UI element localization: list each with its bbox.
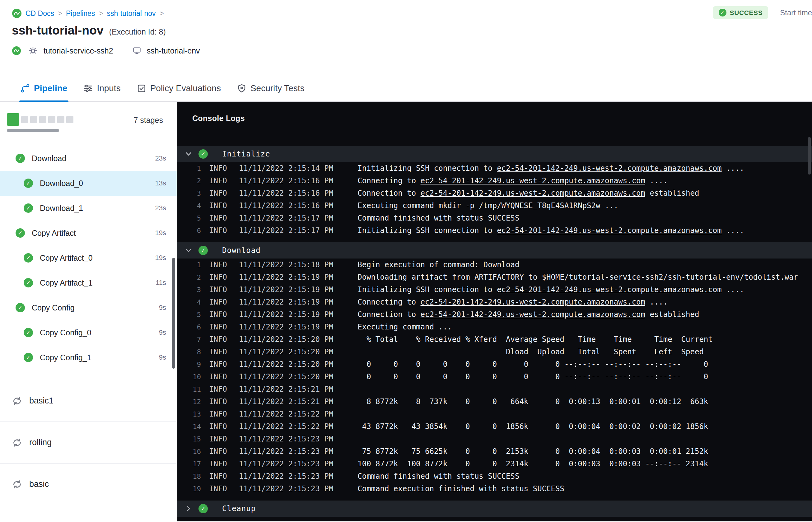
- pipeline-item-basic1[interactable]: basic1: [0, 380, 177, 422]
- log-level: INFO: [209, 385, 227, 394]
- log-link[interactable]: ec2-54-201-142-249.us-west-2.compute.ama…: [421, 176, 645, 185]
- stage-item-copy-artifact-0[interactable]: ✓Copy Artifact_019s: [0, 245, 177, 270]
- log-message: Begin execution of command: Download: [358, 260, 519, 269]
- log-message: Downloading artifact from ARTIFACTORY to…: [358, 273, 798, 282]
- log-line-number: 1: [177, 261, 201, 269]
- log-line-number: 8: [177, 348, 201, 356]
- stage-label: Download: [32, 154, 66, 163]
- stage-square-2[interactable]: [21, 116, 28, 123]
- log-line: 4INFO11/11/2022 2:15:16 PMExecuting comm…: [177, 199, 812, 212]
- stage-square-7[interactable]: [66, 116, 74, 123]
- page-title: ssh-tutorial-nov: [12, 24, 104, 37]
- log-level: INFO: [209, 484, 227, 493]
- pipeline-item-rolling[interactable]: rolling: [0, 422, 177, 463]
- app-root: CD Docs > Pipelines > ssh-tutorial-nov >…: [0, 0, 812, 521]
- stage-item-download[interactable]: ✓Download23s: [0, 146, 177, 171]
- log-timestamp: 11/11/2022 2:15:20 PM: [239, 373, 333, 381]
- log-section-cleanup[interactable]: ✓Cleanup: [177, 501, 812, 517]
- chevron-right-icon[interactable]: [185, 505, 194, 513]
- log-level: INFO: [209, 435, 227, 443]
- pipeline-icon: [21, 84, 30, 93]
- service-name[interactable]: tutorial-service-ssh2: [44, 46, 113, 55]
- log-line: 14INFO11/11/2022 2:15:22 PM 43 8772k 43 …: [177, 420, 812, 433]
- stage-square-3[interactable]: [30, 116, 37, 123]
- stage-square-5[interactable]: [48, 116, 55, 123]
- log-level: INFO: [209, 201, 227, 210]
- log-link[interactable]: ec2-54-201-142-249.us-west-2.compute.ama…: [497, 285, 722, 294]
- log-timestamp: 11/11/2022 2:15:17 PM: [239, 214, 333, 222]
- stage-item-copy-config-1[interactable]: ✓Copy Config_19s: [0, 345, 177, 370]
- log-link[interactable]: ec2-54-201-142-249.us-west-2.compute.ama…: [421, 298, 645, 306]
- log-link[interactable]: ec2-54-201-142-249.us-west-2.compute.ama…: [497, 226, 722, 235]
- log-level: INFO: [209, 347, 227, 356]
- success-check-icon: ✓: [719, 9, 727, 17]
- log-line-number: 5: [177, 214, 201, 222]
- stage-item-download-1[interactable]: ✓Download_123s: [0, 196, 177, 221]
- console-scrollbar[interactable]: [808, 137, 811, 175]
- log-level: INFO: [209, 273, 227, 282]
- stage-item-copy-config-0[interactable]: ✓Copy Config_09s: [0, 320, 177, 345]
- stage-item-copy-config[interactable]: ✓Copy Config9s: [0, 295, 177, 320]
- stage-square-6[interactable]: [57, 116, 64, 123]
- header: CD Docs > Pipelines > ssh-tutorial-nov >…: [0, 0, 812, 102]
- log-message: % Total % Received % Xferd Average Speed…: [358, 335, 713, 344]
- status-badge: ✓ SUCCESS: [713, 6, 768, 19]
- tab-label: Pipeline: [34, 83, 67, 93]
- log-line-number: 6: [177, 227, 201, 235]
- log-line: 6INFO11/11/2022 2:15:19 PMExecuting comm…: [177, 321, 812, 333]
- breadcrumb-pipeline-name[interactable]: ssh-tutorial-nov: [107, 9, 156, 18]
- stage-square-1[interactable]: [7, 113, 19, 126]
- log-message: 0 0 0 0 0 0 0 0 --:--:-- --:--:-- --:--:…: [358, 360, 708, 369]
- breadcrumb: CD Docs > Pipelines > ssh-tutorial-nov >: [25, 9, 165, 18]
- log-timestamp: 11/11/2022 2:15:14 PM: [239, 164, 333, 173]
- log-line-number: 14: [177, 423, 201, 430]
- breadcrumb-cd-docs[interactable]: CD Docs: [25, 9, 54, 18]
- log-level: INFO: [209, 189, 227, 198]
- tab-pipeline[interactable]: Pipeline: [13, 75, 75, 101]
- console-log-area: ✓Initialize1INFO11/11/2022 2:15:14 PMIni…: [177, 146, 812, 517]
- log-link[interactable]: ec2-54-201-142-249.us-west-2.compute.ama…: [421, 310, 645, 319]
- log-line: 16INFO11/11/2022 2:15:23 PM 75 8772k 75 …: [177, 445, 812, 458]
- stage-item-copy-artifact[interactable]: ✓Copy Artifact19s: [0, 221, 177, 245]
- stage-duration: 19s: [155, 254, 166, 262]
- stage-item-download-0[interactable]: ✓Download_013s: [0, 171, 177, 196]
- log-line: 2INFO11/11/2022 2:15:19 PMDownloading ar…: [177, 271, 812, 283]
- stage-success-icon: ✓: [16, 228, 25, 238]
- title-row: ssh-tutorial-nov (Execution Id: 8): [12, 24, 812, 37]
- log-link[interactable]: ec2-54-201-142-249.us-west-2.compute.ama…: [497, 164, 722, 173]
- log-message: Executing command mkdir -p /tmp/WYQNESE_…: [358, 201, 618, 210]
- chevron-down-icon[interactable]: [185, 150, 194, 158]
- stage-item-copy-artifact-1[interactable]: ✓Copy Artifact_111s: [0, 270, 177, 295]
- log-message: Connection to ec2-54-201-142-249.us-west…: [358, 189, 699, 198]
- pipeline-item-basic[interactable]: basic: [0, 463, 177, 505]
- log-line-number: 4: [177, 202, 201, 210]
- stage-square-4[interactable]: [39, 116, 46, 123]
- pipeline-item-canary2[interactable]: canary2: [0, 505, 177, 521]
- log-line: 8INFO11/11/2022 2:15:20 PM Dload Upload …: [177, 346, 812, 358]
- chevron-down-icon[interactable]: [185, 247, 194, 254]
- log-section-download[interactable]: ✓Download: [177, 242, 812, 259]
- breadcrumb-separator: >: [98, 9, 104, 18]
- tab-inputs[interactable]: Inputs: [75, 75, 128, 101]
- pipeline-label: rolling: [29, 438, 52, 447]
- tab-policy-evaluations[interactable]: Policy Evaluations: [129, 75, 229, 101]
- sidebar-scrollbar[interactable]: [172, 258, 175, 369]
- log-line: 9INFO11/11/2022 2:15:20 PM 0 0 0 0 0 0 0…: [177, 358, 812, 370]
- stage-progress-bar[interactable]: [7, 129, 59, 132]
- log-line-number: 15: [177, 435, 201, 443]
- stage-duration: 11s: [156, 279, 166, 287]
- log-line-number: 4: [177, 298, 201, 306]
- start-time-label: Start time: [780, 8, 812, 17]
- status-text: SUCCESS: [730, 9, 763, 17]
- log-message: Dload Upload Total Spent Left Speed: [358, 347, 704, 356]
- log-timestamp: 11/11/2022 2:15:23 PM: [239, 484, 333, 493]
- log-timestamp: 11/11/2022 2:15:20 PM: [239, 347, 333, 356]
- tab-security-tests[interactable]: Security Tests: [229, 75, 313, 101]
- execution-id: (Execution Id: 8): [109, 27, 166, 36]
- breadcrumb-pipelines[interactable]: Pipelines: [66, 9, 95, 18]
- main-content: 7 stages ✓Download23s✓Download_013s✓Down…: [0, 102, 812, 521]
- log-section-initialize[interactable]: ✓Initialize: [177, 146, 812, 162]
- log-level: INFO: [209, 285, 227, 294]
- environment-name[interactable]: ssh-tutorial-env: [147, 46, 200, 55]
- log-link[interactable]: ec2-54-201-142-249.us-west-2.compute.ama…: [421, 189, 645, 198]
